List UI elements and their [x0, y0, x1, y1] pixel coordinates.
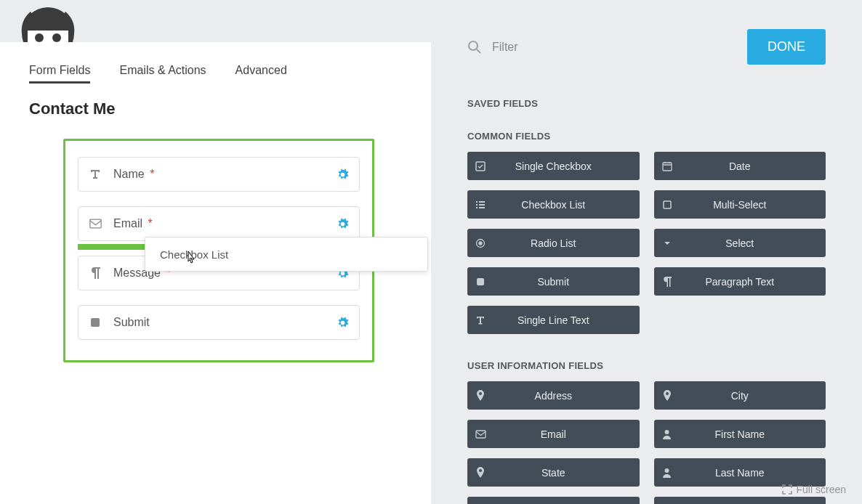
field-tile-last-name[interactable]: Last Name [654, 458, 826, 487]
tile-label: Select [680, 237, 826, 249]
paragraph-icon [654, 277, 680, 287]
search-icon [467, 40, 482, 54]
field-tile-email[interactable]: Email [467, 420, 640, 448]
common-fields-heading: COMMON FIELDS [467, 131, 826, 142]
svg-point-20 [665, 430, 669, 434]
map-marker-icon [467, 390, 494, 402]
text-icon [89, 168, 102, 181]
tile-label: Date [680, 160, 826, 172]
gear-icon[interactable] [337, 168, 349, 181]
svg-rect-8 [663, 163, 672, 171]
saved-fields-heading: SAVED FIELDS [467, 98, 826, 109]
field-palette-panel: DONE SAVED FIELDS COMMON FIELDS Single C… [431, 0, 862, 504]
dot-circle-icon [467, 238, 494, 248]
text-icon [467, 315, 494, 325]
form-title[interactable]: Contact Me [29, 99, 402, 118]
field-tile-submit[interactable]: Submit [467, 267, 640, 296]
field-tile-city[interactable]: City [654, 381, 826, 410]
tile-label: Multi-Select [680, 199, 826, 211]
svg-point-3 [52, 33, 61, 42]
tile-label: City [680, 390, 826, 402]
svg-point-2 [35, 33, 44, 42]
svg-rect-12 [479, 204, 485, 206]
done-button[interactable]: DONE [747, 29, 826, 65]
svg-rect-5 [91, 318, 100, 327]
list-icon [467, 200, 494, 210]
field-tile-state[interactable]: State [467, 458, 640, 487]
builder-tabs: Form Fields Emails & Actions Advanced [29, 64, 402, 84]
tile-label: State [494, 467, 640, 479]
svg-point-6 [469, 41, 478, 50]
svg-rect-14 [479, 207, 485, 208]
map-marker-icon [654, 390, 680, 402]
square-icon [89, 316, 102, 329]
gear-icon[interactable] [337, 317, 349, 329]
envelope-icon [89, 217, 102, 230]
drag-preview-checkbox-list: Checkbox List [145, 237, 428, 272]
tile-label: Radio List [494, 237, 640, 249]
field-tile-date[interactable]: Date [654, 152, 826, 180]
field-label: Email * [113, 217, 337, 230]
tile-label: Single Line Text [494, 314, 640, 326]
user-icon [654, 429, 680, 439]
calendar-icon [654, 161, 680, 171]
field-tile-address[interactable]: Address [467, 381, 640, 410]
tile-label: Paragraph Text [680, 276, 826, 288]
tile-label: Email [494, 428, 640, 440]
filter-wrap [467, 40, 747, 54]
field-tile-multi-select[interactable]: Multi-Select [654, 190, 826, 219]
field-label: Submit [113, 316, 337, 329]
tile-label: Single Checkbox [494, 160, 640, 172]
field-tile-single-checkbox[interactable]: Single Checkbox [467, 152, 640, 180]
field-label: Name * [113, 168, 337, 181]
svg-point-17 [479, 242, 482, 245]
drop-indicator [78, 244, 153, 250]
square-open-icon [654, 200, 680, 209]
envelope-icon [467, 430, 494, 439]
svg-rect-10 [479, 201, 485, 203]
tile-label: Submit [494, 276, 640, 288]
field-tile-paragraph-text[interactable]: Paragraph Text [654, 267, 826, 296]
field-tile-checkbox-list[interactable]: Checkbox List [467, 190, 640, 219]
tile-label: First Name [680, 428, 826, 440]
user-fields-heading: USER INFORMATION FIELDS [467, 360, 826, 371]
field-tile-phone[interactable]: Phone [654, 497, 826, 504]
svg-rect-4 [89, 219, 100, 228]
tile-label: Checkbox List [494, 199, 640, 211]
check-square-icon [467, 161, 494, 171]
field-name-row[interactable]: Name * [78, 157, 360, 192]
svg-rect-13 [476, 207, 478, 208]
fullscreen-label: Full screen [797, 484, 846, 495]
svg-rect-1 [28, 31, 68, 42]
filter-input[interactable] [492, 41, 637, 54]
paragraph-icon [89, 267, 102, 280]
field-tile-country[interactable]: Country [467, 497, 640, 504]
drag-label: Checkbox List [160, 248, 228, 261]
svg-rect-19 [476, 431, 486, 438]
ninja-forms-logo [16, 4, 80, 42]
tab-emails-actions[interactable]: Emails & Actions [119, 64, 206, 84]
chevron-down-icon [654, 238, 680, 248]
svg-rect-11 [476, 204, 478, 206]
gear-icon[interactable] [337, 218, 349, 230]
fullscreen-toggle[interactable]: Full screen [782, 484, 846, 495]
field-submit-row[interactable]: Submit [78, 305, 360, 340]
svg-point-21 [665, 468, 669, 473]
field-email-row[interactable]: Email * [78, 206, 360, 241]
field-tile-single-line-text[interactable]: Single Line Text [467, 306, 640, 334]
tile-label: Address [494, 390, 640, 402]
field-tile-select[interactable]: Select [654, 229, 826, 257]
tile-label: Last Name [680, 467, 826, 479]
map-marker-icon [467, 467, 494, 479]
tab-form-fields[interactable]: Form Fields [29, 64, 90, 84]
form-builder-panel: Form Fields Emails & Actions Advanced Co… [0, 42, 431, 504]
field-tile-first-name[interactable]: First Name [654, 420, 826, 448]
tab-advanced[interactable]: Advanced [235, 64, 287, 84]
user-icon [654, 468, 680, 478]
field-tile-radio-list[interactable]: Radio List [467, 229, 640, 257]
svg-rect-15 [664, 201, 671, 208]
svg-rect-9 [476, 201, 478, 203]
svg-rect-18 [477, 278, 484, 285]
square-icon [467, 277, 494, 286]
